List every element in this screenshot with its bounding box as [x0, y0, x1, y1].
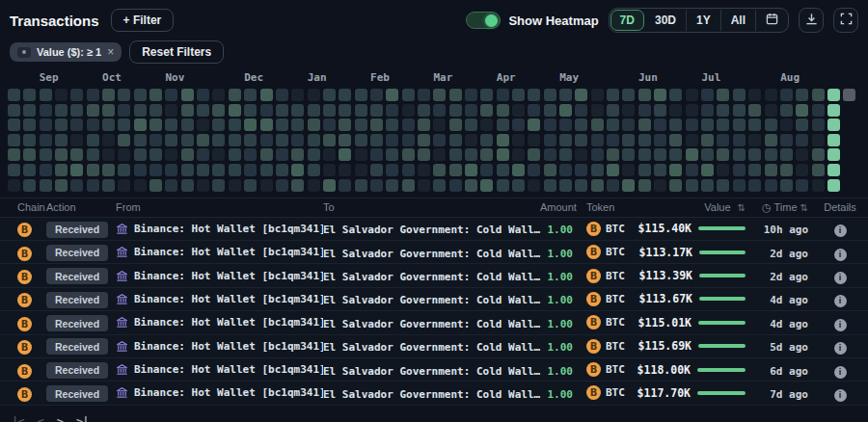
heatmap-cell[interactable] [149, 104, 162, 117]
heatmap-cell[interactable] [276, 148, 288, 161]
heatmap-cell[interactable] [386, 179, 398, 192]
heatmap-cell[interactable] [70, 89, 83, 101]
heatmap-cell[interactable] [212, 134, 225, 146]
heatmap-cell[interactable] [480, 89, 493, 101]
heatmap-cell[interactable] [212, 148, 225, 161]
heatmap-cell[interactable] [812, 179, 825, 192]
heatmap-cell[interactable] [87, 179, 99, 192]
heatmap-cell[interactable] [323, 148, 336, 161]
heatmap-cell[interactable] [497, 164, 509, 176]
heatmap-cell[interactable] [70, 148, 83, 161]
heatmap-cell[interactable] [197, 164, 209, 176]
heatmap-cell[interactable] [355, 164, 367, 176]
heatmap-cell[interactable] [212, 179, 225, 192]
heatmap-cell[interactable] [812, 104, 825, 117]
heatmap-cell[interactable] [418, 104, 430, 117]
heatmap-cell[interactable] [260, 179, 273, 192]
heatmap-cell[interactable] [102, 104, 115, 117]
heatmap-cell[interactable] [244, 134, 257, 146]
heatmap-cell[interactable] [87, 104, 99, 117]
heatmap-cell[interactable] [339, 89, 351, 101]
info-icon[interactable]: i [834, 249, 847, 261]
heatmap-cell[interactable] [355, 89, 367, 101]
info-icon[interactable]: i [834, 224, 847, 237]
heatmap-cell[interactable] [8, 164, 20, 176]
heatmap-cell[interactable] [780, 148, 793, 161]
heatmap-cell[interactable] [827, 104, 840, 117]
heatmap-cell[interactable] [134, 148, 147, 161]
heatmap-cell[interactable] [686, 164, 698, 176]
table-row[interactable]: BReceivedBinance: Hot Wallet [bc1qm341]E… [0, 358, 868, 382]
heatmap-cell[interactable] [229, 134, 241, 146]
heatmap-cell[interactable] [686, 89, 698, 101]
heatmap-cell[interactable] [118, 104, 130, 117]
heatmap-cell[interactable] [528, 134, 540, 146]
heatmap-cell[interactable] [323, 119, 336, 131]
heatmap-cell[interactable] [244, 148, 257, 161]
heatmap-cell[interactable] [308, 104, 320, 117]
last-page-button[interactable]: >| [76, 415, 88, 422]
heatmap-cell[interactable] [480, 148, 493, 161]
heatmap-cell[interactable] [323, 89, 336, 101]
heatmap-cell[interactable] [402, 179, 415, 192]
heatmap-cell[interactable] [512, 89, 525, 101]
heatmap-cell[interactable] [544, 164, 556, 176]
to-address[interactable]: El Salvador Government: Cold Wall… [323, 248, 540, 260]
close-icon[interactable]: × [107, 45, 114, 59]
heatmap-cell[interactable] [796, 179, 808, 192]
heatmap-cell[interactable] [480, 134, 493, 146]
heatmap-cell[interactable] [40, 164, 52, 176]
fullscreen-button[interactable] [833, 8, 858, 33]
heatmap-cell[interactable] [339, 148, 351, 161]
heatmap-cell[interactable] [669, 164, 682, 176]
heatmap-cell[interactable] [654, 134, 666, 146]
heatmap-cell[interactable] [654, 89, 666, 101]
heatmap-cell[interactable] [575, 104, 587, 117]
heatmap-cell[interactable] [8, 104, 20, 117]
from-address[interactable]: Binance: Hot Wallet [bc1qm341] [134, 293, 323, 305]
heatmap-cell[interactable] [433, 148, 446, 161]
heatmap-cell[interactable] [607, 164, 619, 176]
heatmap-cell[interactable] [701, 119, 714, 131]
heatmap-cell[interactable] [765, 119, 777, 131]
heatmap-cell[interactable] [765, 89, 777, 101]
heatmap-cell[interactable] [40, 148, 52, 161]
heatmap-cell[interactable] [497, 148, 509, 161]
info-icon[interactable]: i [834, 295, 847, 307]
to-address[interactable]: El Salvador Government: Cold Wall… [323, 388, 540, 401]
heatmap-cell[interactable] [8, 179, 20, 192]
heatmap-cell[interactable] [197, 104, 209, 117]
heatmap-cell[interactable] [433, 119, 446, 131]
heatmap-cell[interactable] [244, 164, 257, 176]
heatmap-cell[interactable] [229, 179, 241, 192]
heatmap-cell[interactable] [780, 164, 793, 176]
range-button-7d[interactable]: 7D [610, 10, 644, 31]
heatmap-cell[interactable] [669, 104, 682, 117]
heatmap-cell[interactable] [165, 179, 177, 192]
heatmap-cell[interactable] [765, 164, 777, 176]
heatmap-cell[interactable] [669, 89, 682, 101]
heatmap-cell[interactable] [370, 179, 383, 192]
heatmap-cell[interactable] [323, 104, 336, 117]
heatmap-cell[interactable] [827, 119, 840, 131]
heatmap-cell[interactable] [355, 134, 367, 146]
info-icon[interactable]: i [834, 319, 847, 331]
heatmap-cell[interactable] [370, 148, 383, 161]
heatmap-cell[interactable] [339, 119, 351, 131]
heatmap-cell[interactable] [70, 179, 83, 192]
table-row[interactable]: BReceivedBinance: Hot Wallet [bc1qm341]E… [0, 382, 868, 405]
heatmap-cell[interactable] [87, 119, 99, 131]
heatmap-cell[interactable] [23, 89, 36, 101]
heatmap-cell[interactable] [70, 164, 83, 176]
heatmap-cell[interactable] [55, 89, 68, 101]
heatmap-cell[interactable] [118, 179, 130, 192]
info-icon[interactable]: i [834, 342, 847, 355]
heatmap-cell[interactable] [717, 134, 729, 146]
heatmap-cell[interactable] [733, 179, 746, 192]
heatmap-cell[interactable] [70, 119, 83, 131]
heatmap-cell[interactable] [654, 119, 666, 131]
heatmap-cell[interactable] [812, 134, 825, 146]
heatmap-cell[interactable] [339, 134, 351, 146]
next-page-button[interactable]: > [57, 415, 63, 422]
heatmap-cell[interactable] [733, 104, 746, 117]
